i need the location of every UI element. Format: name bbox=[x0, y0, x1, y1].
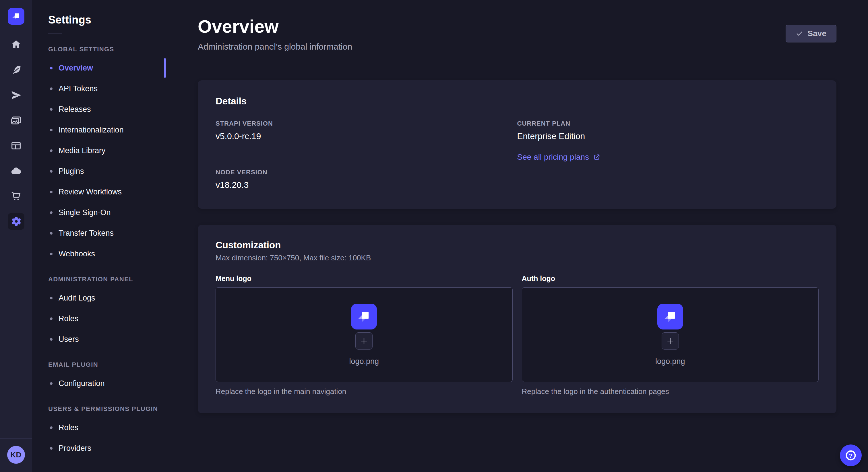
menu-logo-dropzone[interactable]: logo.png bbox=[216, 287, 513, 382]
sidebar-item-up-roles[interactable]: Roles bbox=[32, 417, 166, 438]
customization-card: Customization Max dimension: 750×750, Ma… bbox=[198, 225, 836, 413]
bullet-dot bbox=[50, 149, 53, 152]
bullet-dot bbox=[50, 67, 53, 69]
plus-icon bbox=[666, 337, 675, 345]
current-plan-label: CURRENT PLAN bbox=[517, 120, 819, 127]
menu-logo-caption: Replace the logo in the main navigation bbox=[216, 387, 513, 396]
sidebar-item-single-sign-on[interactable]: Single Sign-On bbox=[32, 202, 166, 223]
feather-icon[interactable] bbox=[8, 62, 24, 78]
sidebar-item-webhooks[interactable]: Webhooks bbox=[32, 243, 166, 264]
rail-bottom-section: KD bbox=[0, 438, 32, 472]
plus-icon bbox=[360, 337, 368, 345]
question-icon: ? bbox=[844, 449, 857, 462]
sidebar-title: Settings bbox=[32, 14, 166, 26]
sidebar-item-internationalization[interactable]: Internationalization bbox=[32, 120, 166, 140]
auth-logo-add-button[interactable] bbox=[662, 332, 679, 349]
bullet-dot bbox=[50, 338, 53, 341]
user-avatar[interactable]: KD bbox=[7, 446, 25, 464]
node-version-label: NODE VERSION bbox=[216, 169, 517, 176]
bullet-dot bbox=[50, 232, 53, 235]
check-icon bbox=[796, 30, 803, 37]
sidebar-item-review-workflows[interactable]: Review Workflows bbox=[32, 181, 166, 202]
menu-logo-label: Menu logo bbox=[216, 274, 513, 283]
strapi-admin-app: KD Settings GLOBAL SETTINGS Overview API… bbox=[0, 0, 868, 472]
sidebar-item-admin-users[interactable]: Users bbox=[32, 329, 166, 349]
sidebar-item-audit-logs[interactable]: Audit Logs bbox=[32, 288, 166, 308]
customization-subtitle: Max dimension: 750×750, Max file size: 1… bbox=[216, 254, 818, 262]
page-title: Overview bbox=[198, 16, 352, 37]
bullet-dot bbox=[50, 297, 53, 299]
auth-logo-label: Auth logo bbox=[522, 274, 819, 283]
section-label-email-plugin: EMAIL PLUGIN bbox=[32, 361, 166, 369]
sidebar-item-admin-roles[interactable]: Roles bbox=[32, 308, 166, 329]
page-subtitle: Administration panel’s global informatio… bbox=[198, 42, 352, 52]
save-button[interactable]: Save bbox=[786, 25, 836, 42]
bullet-dot bbox=[50, 382, 53, 385]
sidebar-title-rule bbox=[48, 34, 62, 34]
sidebar-item-transfer-tokens[interactable]: Transfer Tokens bbox=[32, 223, 166, 243]
auth-logo-upload: Auth logo logo.png Replace the logo in t… bbox=[522, 274, 819, 396]
bullet-dot bbox=[50, 211, 53, 214]
menu-logo-upload: Menu logo logo.png Replace the logo in t… bbox=[216, 274, 513, 396]
menu-logo-preview bbox=[351, 304, 377, 330]
layout-icon[interactable] bbox=[8, 137, 24, 154]
bullet-dot bbox=[50, 317, 53, 320]
section-label-global-settings: GLOBAL SETTINGS bbox=[32, 45, 166, 53]
home-icon[interactable] bbox=[8, 36, 24, 53]
sidebar-item-api-tokens[interactable]: API Tokens bbox=[32, 78, 166, 99]
main-content: Overview Administration panel’s global i… bbox=[166, 0, 868, 472]
auth-logo-caption: Replace the logo in the authentication p… bbox=[522, 387, 819, 396]
active-indicator bbox=[164, 58, 166, 78]
strapi-version-label: STRAPI VERSION bbox=[216, 120, 517, 127]
sidebar-item-email-configuration[interactable]: Configuration bbox=[32, 373, 166, 394]
rail-divider bbox=[0, 33, 32, 33]
bullet-dot bbox=[50, 108, 53, 111]
details-heading: Details bbox=[216, 96, 818, 107]
current-plan-field: CURRENT PLAN Enterprise Edition bbox=[517, 120, 819, 141]
details-card: Details STRAPI VERSION v5.0.0-rc.19 NODE… bbox=[198, 80, 836, 209]
menu-logo-filename: logo.png bbox=[349, 357, 379, 366]
cart-icon[interactable] bbox=[8, 188, 24, 204]
bullet-dot bbox=[50, 427, 53, 429]
sidebar-item-up-providers[interactable]: Providers bbox=[32, 438, 166, 459]
sidebar-item-plugins[interactable]: Plugins bbox=[32, 161, 166, 181]
bullet-dot bbox=[50, 170, 53, 173]
auth-logo-preview bbox=[657, 304, 683, 330]
pricing-plans-link[interactable]: See all pricing plans bbox=[517, 153, 601, 162]
external-link-icon bbox=[593, 154, 600, 161]
bullet-dot bbox=[50, 129, 53, 131]
images-icon[interactable] bbox=[8, 112, 24, 129]
section-label-administration-panel: ADMINISTRATION PANEL bbox=[32, 276, 166, 283]
settings-sidebar: Settings GLOBAL SETTINGS Overview API To… bbox=[32, 0, 166, 472]
sidebar-item-overview[interactable]: Overview bbox=[32, 58, 166, 78]
section-label-users-permissions-plugin: USERS & PERMISSIONS PLUGIN bbox=[32, 405, 166, 413]
svg-text:?: ? bbox=[849, 452, 853, 459]
icon-rail: KD bbox=[0, 0, 32, 472]
bullet-dot bbox=[50, 88, 53, 90]
help-button[interactable]: ? bbox=[840, 444, 862, 466]
customization-heading: Customization bbox=[216, 240, 818, 250]
current-plan-value: Enterprise Edition bbox=[517, 131, 819, 141]
sidebar-item-media-library[interactable]: Media Library bbox=[32, 140, 166, 161]
node-version-field: NODE VERSION v18.20.3 bbox=[216, 169, 517, 190]
strapi-version-value: v5.0.0-rc.19 bbox=[216, 131, 517, 141]
bullet-dot bbox=[50, 191, 53, 193]
menu-logo-add-button[interactable] bbox=[355, 332, 373, 349]
gear-icon[interactable] bbox=[8, 213, 24, 230]
strapi-version-field: STRAPI VERSION v5.0.0-rc.19 bbox=[216, 120, 517, 141]
paper-plane-icon[interactable] bbox=[8, 87, 24, 103]
node-version-value: v18.20.3 bbox=[216, 180, 517, 190]
bullet-dot bbox=[50, 447, 53, 450]
cloud-icon[interactable] bbox=[8, 163, 24, 179]
sidebar-item-releases[interactable]: Releases bbox=[32, 99, 166, 120]
auth-logo-dropzone[interactable]: logo.png bbox=[522, 287, 819, 382]
bullet-dot bbox=[50, 252, 53, 255]
auth-logo-filename: logo.png bbox=[655, 357, 685, 366]
strapi-logo[interactable] bbox=[8, 8, 24, 25]
